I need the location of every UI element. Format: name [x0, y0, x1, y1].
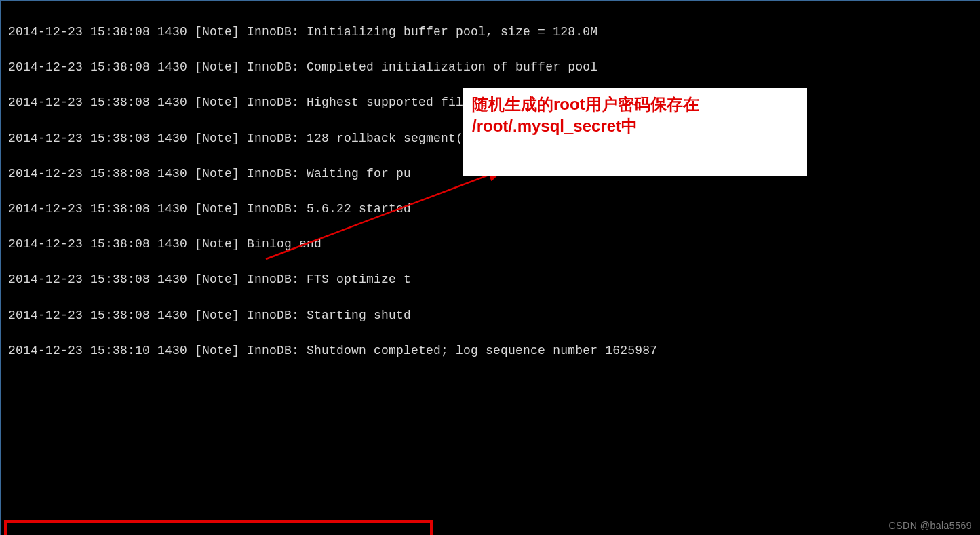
callout-text-line: 随机生成的root用户密码保存在: [472, 94, 798, 115]
blank-line: [8, 377, 973, 395]
watermark-text: CSDN @bala5569: [889, 520, 972, 531]
callout-text-line: /root/.mysql_secret中: [472, 115, 798, 137]
log-line: 2014-12-23 15:38:08 1430 [Note] InnoDB: …: [8, 58, 973, 76]
log-line: 2014-12-23 15:38:10 1430 [Note] InnoDB: …: [8, 342, 973, 359]
log-line: 2014-12-23 15:38:08 1430 [Note] Binlog e…: [8, 235, 973, 253]
log-line: 2014-12-23 15:38:08 1430 [Note] InnoDB: …: [8, 23, 973, 41]
log-line: 2014-12-23 15:38:08 1430 [Note] InnoDB: …: [8, 271, 973, 288]
blank-line: [8, 483, 973, 501]
blank-line: [8, 412, 973, 430]
annotation-callout: 随机生成的root用户密码保存在 /root/.mysql_secret中: [463, 88, 807, 176]
log-line: 2014-12-23 15:38:08 1430 [Note] InnoDB: …: [8, 306, 973, 324]
blank-line: [8, 448, 973, 465]
log-line: 2014-12-23 15:38:08 1430 [Note] InnoDB: …: [8, 200, 973, 218]
password-notice-box: A RANDOM PASSWORD HAS BEEN SET FOR THE M…: [4, 520, 433, 535]
terminal-output: 2014-12-23 15:38:08 1430 [Note] InnoDB: …: [1, 1, 980, 535]
